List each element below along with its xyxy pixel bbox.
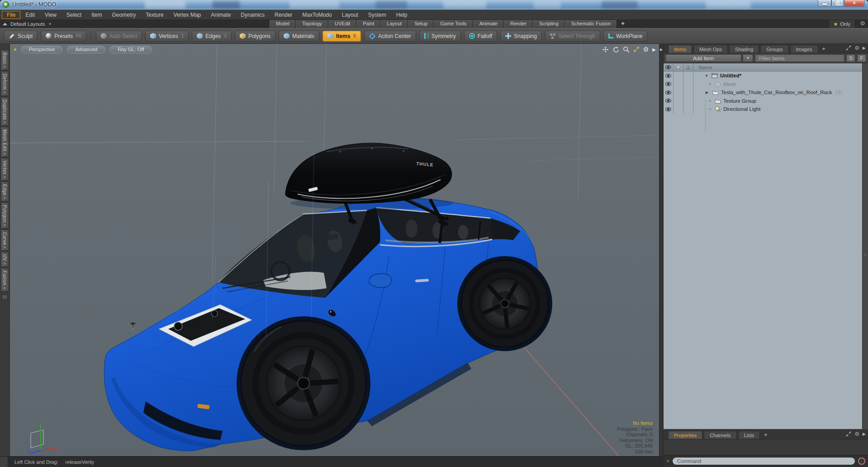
falloff-button[interactable]: Falloff [464,31,497,42]
add-properties-tab-button[interactable]: + [761,431,770,439]
viewport-flyout-icon[interactable]: ▶ [652,47,656,52]
menu-item[interactable]: Item [86,11,107,19]
left-tab-deform[interactable]: Deform [1,71,9,95]
command-input[interactable] [672,457,855,465]
edges-mode-button[interactable]: Edges 2 [192,31,232,42]
left-tab-fusion[interactable]: Fusion [1,268,9,291]
expand-panel-icon[interactable] [846,45,851,51]
left-tab-basic[interactable]: Basic [1,50,9,70]
filter-items-input[interactable] [755,54,844,62]
pan-icon[interactable] [602,46,609,53]
panel-gear-icon[interactable]: ⚙ [854,45,859,51]
workspace-tab-layout[interactable]: Layout [380,20,408,28]
eye-icon[interactable] [665,107,671,111]
eye-icon[interactable] [665,74,671,78]
tab-mesh-ops[interactable]: Mesh Ops [693,45,728,53]
items-mode-button[interactable]: Items 5 [323,31,361,42]
workspace-tab-paint[interactable]: Paint [356,20,380,28]
left-tab-polygon[interactable]: Polygon [1,202,9,229]
symmetry-button[interactable]: Symmetry [419,31,461,42]
menu-select[interactable]: Select [62,11,86,19]
snapping-button[interactable]: Snapping [500,31,542,42]
add-column-icon[interactable]: + [677,64,680,71]
scope-button[interactable]: S [846,54,855,62]
menu-help[interactable]: Help [391,11,413,19]
3d-viewport-canvas[interactable]: THULE Z X [10,44,659,456]
menu-dynamics[interactable]: Dynamics [236,11,270,19]
restore-button[interactable] [831,0,844,7]
panel-collapse-icon[interactable]: ▶ [660,48,663,52]
tab-properties[interactable]: Properties [668,431,702,439]
default-layouts-dropdown[interactable]: Default Layouts ▼ [3,20,52,28]
vertices-mode-button[interactable]: Vertices 1 [145,31,189,42]
viewport-gear-icon[interactable]: ⚙ [643,46,649,52]
add-item-button[interactable]: Add Item [665,54,741,62]
menu-system[interactable]: System [363,11,391,19]
rotate-icon[interactable] [612,46,619,53]
viewport-camera-button[interactable]: Perspective [21,46,63,53]
workspace-tab-render[interactable]: Render [504,20,533,28]
workplane-button[interactable]: WorkPlane [603,31,647,42]
materials-mode-button[interactable]: Materials [279,31,319,42]
menu-animate[interactable]: Animate [206,11,236,19]
visibility-column-icon[interactable] [665,65,671,69]
auto-select-button[interactable]: Auto Select [96,31,142,42]
expand-panel-icon[interactable] [846,431,851,437]
tree-row-directional-light[interactable]: Directional Light [664,105,868,114]
tree-scrollbar[interactable] [862,63,868,429]
tab-images[interactable]: Images [790,45,818,53]
workspace-tab-uvedit[interactable]: UVEdit [328,20,356,28]
add-panel-tab-button[interactable]: + [820,45,828,53]
menu-maxtomodo[interactable]: MaxToModo [297,11,337,19]
macro-record-button[interactable] [858,457,865,465]
tab-channels[interactable]: Channels [704,431,736,439]
filter-mode-button[interactable]: F [857,54,866,62]
workspace-tab-setup[interactable]: Setup [408,20,434,28]
collapse-expander[interactable]: ▼ [705,74,709,78]
eye-icon[interactable] [665,91,671,95]
favorites-only-toggle[interactable]: ★ Only [829,20,856,28]
workspace-tab-game-tools[interactable]: Game Tools [434,20,473,28]
menu-view[interactable]: View [40,11,62,19]
tree-row-tesla-group[interactable]: ▶ Tesla_with_Thule_Car_Roofbox_on_Roof_R… [664,88,868,97]
tree-row-mesh[interactable]: Mesh [664,80,868,89]
sculpt-button[interactable]: Sculpt [4,31,38,42]
minimize-button[interactable] [818,0,831,7]
tab-shading[interactable]: Shading [729,45,759,53]
menu-geometry[interactable]: Geometry [107,11,141,19]
properties-gear-icon[interactable]: ⚙ [854,431,859,437]
properties-flyout-icon[interactable]: ▶ [863,432,866,436]
panel-splitter[interactable]: ▶ [659,44,664,456]
left-tab-vertex[interactable]: Vertex [1,158,9,181]
eye-icon[interactable] [665,82,671,86]
viewport-raygl-button[interactable]: Ray GL: Off [109,46,152,53]
left-tab-curve[interactable]: Curve [1,229,9,251]
menu-file[interactable]: File [2,11,20,19]
tab-groups[interactable]: Groups [760,45,788,53]
left-tab-edge[interactable]: Edge [1,181,9,201]
menu-vertex-map[interactable]: Vertex Map [169,11,206,19]
expand-expander[interactable]: ▶ [706,91,710,95]
tree-row-texture-group[interactable]: Texture Group [664,97,868,105]
layouts-gear-icon[interactable]: ⚙ [860,20,865,26]
presets-button[interactable]: Presets F6 [41,31,86,42]
add-item-caret[interactable]: ▼ [743,54,753,62]
left-tab-mesh-edit[interactable]: Mesh Edit [1,127,9,157]
tree-row-scene[interactable]: ▼ Untitled* [664,71,868,80]
viewport-shading-button[interactable]: Advanced [67,46,105,53]
workspace-tab-model[interactable]: Model [270,20,296,28]
menu-layout[interactable]: Layout [337,11,363,19]
menu-render[interactable]: Render [270,11,297,19]
add-workspace-tab-button[interactable]: + [617,20,629,28]
left-tab-duplicate[interactable]: Duplicate [1,97,9,126]
tab-items[interactable]: Items [668,45,692,53]
select-through-button[interactable]: Select Through [545,31,600,42]
menu-edit[interactable]: Edit [20,11,40,19]
eye-icon[interactable] [665,99,671,103]
axis-column-icon[interactable] [685,64,691,70]
menu-texture[interactable]: Texture [141,11,168,19]
zoom-icon[interactable] [623,46,630,53]
workspace-tab-animate[interactable]: Animate [473,20,504,28]
workspace-tab-schematic-fusion[interactable]: Schematic Fusion [565,20,617,28]
maximize-viewport-icon[interactable] [633,46,640,52]
